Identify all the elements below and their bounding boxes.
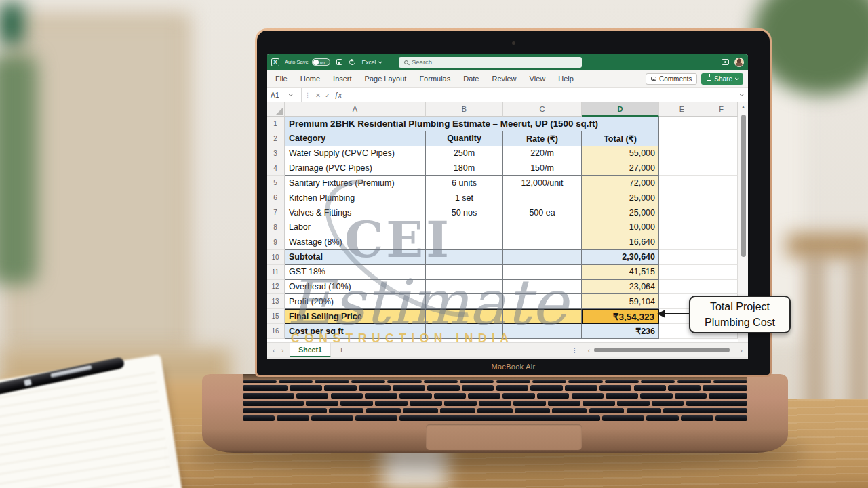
cell-total-row6[interactable]: 25,000 bbox=[582, 190, 659, 205]
cell-category-row11[interactable]: GST 18% bbox=[285, 265, 426, 280]
cell-category-row6[interactable]: Kitchen Plumbing bbox=[285, 190, 426, 205]
cell-rate-row3[interactable]: 220/m bbox=[503, 146, 582, 161]
cell-quantity-row8[interactable] bbox=[426, 220, 503, 235]
cell-total-row13[interactable]: 59,104 bbox=[582, 294, 659, 309]
cell-quantity-row11[interactable] bbox=[426, 265, 503, 280]
cell-total-row8[interactable]: 10,000 bbox=[582, 220, 659, 235]
cell-F-row11[interactable] bbox=[705, 265, 738, 280]
autosave-toggle[interactable]: on bbox=[312, 58, 330, 66]
cell-quantity-row13[interactable] bbox=[426, 294, 503, 309]
cell-rate-row4[interactable]: 150/m bbox=[503, 161, 582, 176]
ribbon-tab-date[interactable]: Date bbox=[463, 75, 479, 83]
user-avatar[interactable] bbox=[734, 58, 744, 67]
cell-F-row4[interactable] bbox=[705, 161, 738, 176]
row-number-2[interactable]: 2 bbox=[267, 131, 285, 146]
cell-E-row12[interactable] bbox=[659, 280, 705, 295]
cell-quantity-row7[interactable]: 50 nos bbox=[426, 205, 503, 220]
horizontal-scroll-thumb[interactable] bbox=[594, 348, 730, 352]
cell-category-row8[interactable]: Labor bbox=[285, 220, 426, 235]
cell-rate-row12[interactable] bbox=[503, 280, 582, 295]
cell-E-row4[interactable] bbox=[659, 161, 705, 176]
cell-total-row9[interactable]: 16,640 bbox=[582, 235, 659, 250]
ribbon-tab-home[interactable]: Home bbox=[300, 75, 320, 83]
cell-rate-row5[interactable]: 12,000/unit bbox=[503, 176, 582, 190]
cell-rate-row11[interactable] bbox=[503, 265, 582, 280]
row-number-7[interactable]: 7 bbox=[267, 205, 285, 220]
row-number-3[interactable]: 3 bbox=[267, 146, 285, 161]
cell-category-row16[interactable]: Cost per sq ft bbox=[285, 324, 426, 339]
row-number-16[interactable]: 16 bbox=[267, 324, 285, 339]
ribbon-tab-insert[interactable]: Insert bbox=[333, 75, 352, 83]
cell-E-row7[interactable] bbox=[659, 205, 705, 220]
row-number-6[interactable]: 6 bbox=[267, 190, 285, 205]
cell-E-row8[interactable] bbox=[659, 220, 705, 235]
present-icon[interactable] bbox=[722, 59, 729, 65]
column-header-D[interactable]: D bbox=[582, 102, 659, 117]
cell-title[interactable]: Premium 2BHK Residential Plumbing Estima… bbox=[285, 117, 659, 131]
cell-E-row3[interactable] bbox=[659, 146, 705, 161]
cell-quantity-row6[interactable]: 1 set bbox=[426, 190, 503, 205]
cell-category-row3[interactable]: Water Supply (CPVC Pipes) bbox=[285, 146, 426, 161]
row-number-1[interactable]: 1 bbox=[267, 117, 285, 131]
vertical-scroll-thumb[interactable] bbox=[741, 115, 746, 257]
cell-total-row7[interactable]: 25,000 bbox=[582, 205, 659, 220]
cell-E-row11[interactable] bbox=[659, 265, 705, 280]
scroll-options-icon[interactable]: ⋮ bbox=[572, 347, 578, 354]
row-number-10[interactable]: 10 bbox=[267, 250, 285, 265]
ribbon-tab-file[interactable]: File bbox=[275, 75, 288, 83]
cell-F-row7[interactable] bbox=[705, 205, 738, 220]
cell-total-row10[interactable]: 2,30,640 bbox=[582, 250, 659, 265]
next-sheet-icon[interactable]: › bbox=[281, 346, 284, 354]
ribbon-tab-review[interactable]: Review bbox=[492, 75, 516, 83]
scroll-up-icon[interactable]: ▲ bbox=[738, 104, 748, 109]
row-number-9[interactable]: 9 bbox=[267, 235, 285, 250]
cell-category-row13[interactable]: Profit (20%) bbox=[285, 294, 426, 309]
cell-E-row9[interactable] bbox=[659, 235, 705, 250]
row-number-5[interactable]: 5 bbox=[267, 176, 285, 190]
cell-quantity-row3[interactable]: 250m bbox=[426, 146, 503, 161]
cell-category-row9[interactable]: Wastage (8%) bbox=[285, 235, 426, 250]
cell-quantity-row16[interactable] bbox=[426, 324, 503, 339]
formula-input[interactable] bbox=[345, 88, 740, 102]
cell-total-row3[interactable]: 55,000 bbox=[582, 146, 659, 161]
cell-rate-row2[interactable]: Rate (₹) bbox=[503, 131, 582, 146]
prev-sheet-icon[interactable]: ‹ bbox=[273, 346, 275, 354]
cell-category-row12[interactable]: Overhead (10%) bbox=[285, 280, 426, 295]
cell-quantity-row15[interactable] bbox=[426, 309, 503, 324]
cell-E-row10[interactable] bbox=[659, 250, 705, 265]
cell-total-row5[interactable]: 72,000 bbox=[582, 176, 659, 190]
row-number-11[interactable]: 11 bbox=[267, 265, 285, 280]
cell-quantity-row12[interactable] bbox=[426, 280, 503, 295]
comments-button[interactable]: Comments bbox=[646, 73, 697, 85]
row-number-15[interactable]: 15 bbox=[267, 309, 285, 324]
column-header-B[interactable]: B bbox=[426, 102, 503, 117]
ribbon-tab-page-layout[interactable]: Page Layout bbox=[365, 75, 407, 83]
cell-quantity-row2[interactable]: Quantity bbox=[426, 131, 503, 146]
fx-icon[interactable]: ƒx bbox=[334, 91, 342, 99]
cell-rate-row8[interactable] bbox=[503, 220, 582, 235]
scroll-right-icon[interactable]: › bbox=[740, 346, 743, 354]
select-all-corner[interactable] bbox=[267, 102, 285, 117]
cell-F-row2[interactable] bbox=[705, 131, 738, 146]
cell-E-row1[interactable] bbox=[659, 117, 705, 131]
horizontal-scrollbar[interactable]: ⋮ ‹ › bbox=[572, 346, 743, 354]
cell-F-row5[interactable] bbox=[705, 176, 738, 190]
cell-total-row2[interactable]: Total (₹) bbox=[582, 131, 659, 146]
cell-category-row15[interactable]: Final Selling Price bbox=[285, 309, 426, 324]
ribbon-tab-view[interactable]: View bbox=[530, 75, 546, 83]
cell-category-row10[interactable]: Subtotal bbox=[285, 250, 426, 265]
cell-E-row5[interactable] bbox=[659, 176, 705, 190]
cell-quantity-row4[interactable]: 180m bbox=[426, 161, 503, 176]
cell-F-row3[interactable] bbox=[705, 146, 738, 161]
cell-rate-row13[interactable] bbox=[503, 294, 582, 309]
cell-total-row12[interactable]: 23,064 bbox=[582, 280, 659, 295]
cell-total-row16[interactable]: ₹236 bbox=[582, 324, 659, 339]
cell-quantity-row10[interactable] bbox=[426, 250, 503, 265]
cell-total-row11[interactable]: 41,515 bbox=[582, 265, 659, 280]
enter-icon[interactable]: ✓ bbox=[325, 92, 330, 99]
ribbon-tab-formulas[interactable]: Formulas bbox=[419, 75, 450, 83]
undo-icon[interactable] bbox=[348, 58, 357, 66]
cell-category-row2[interactable]: Category bbox=[285, 131, 426, 146]
cell-rate-row6[interactable] bbox=[503, 190, 582, 205]
cell-quantity-row5[interactable]: 6 units bbox=[426, 176, 503, 190]
